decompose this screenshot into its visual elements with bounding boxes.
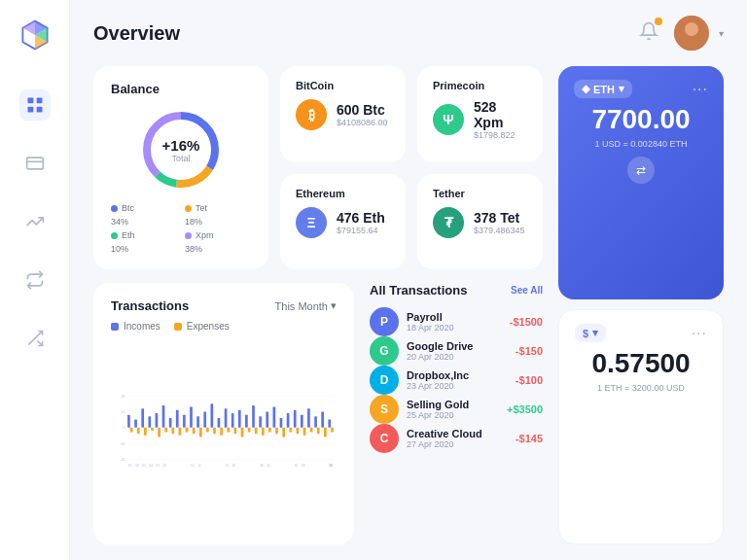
header: Overview ▾ (70, 0, 747, 58)
svg-rect-70 (241, 428, 244, 438)
logo[interactable] (18, 18, 53, 52)
svg-rect-9 (26, 158, 43, 169)
legend-xpm: Xpm (185, 230, 251, 240)
transaction-item: S Selling Gold 25 Apr 2020 +$3500 (370, 395, 543, 424)
bitcoin-amount: 600 Btc (337, 102, 388, 118)
trans-amount: -$100 (516, 374, 543, 386)
svg-rect-56 (196, 416, 199, 427)
notification-bell[interactable] (639, 21, 658, 45)
svg-rect-98 (331, 428, 334, 433)
trans-date: 18 Apr 2020 (407, 323, 502, 332)
svg-rect-5 (27, 98, 33, 104)
user-menu[interactable]: ▾ (674, 16, 724, 51)
svg-rect-82 (280, 418, 283, 428)
ethereum-amount: 476 Eth (337, 210, 385, 226)
notification-badge (655, 18, 662, 25)
trans-info: Dropbox,Inc 23 Apr 2020 (407, 369, 508, 391)
period-chevron: ▾ (331, 299, 337, 312)
svg-text:26: 26 (302, 464, 305, 468)
sidebar-item-cards[interactable] (19, 148, 51, 179)
user-menu-chevron[interactable]: ▾ (719, 28, 724, 39)
legend-dot-btc (111, 205, 118, 212)
incomes-label: Incomes (124, 321, 160, 332)
svg-rect-85 (289, 428, 292, 433)
svg-rect-33 (134, 420, 137, 428)
svg-rect-95 (321, 411, 324, 427)
eth-icon: ◆ (582, 83, 589, 95)
primecoin-amount: 528 Xpm (474, 99, 527, 130)
trans-info: Payroll 18 Apr 2020 (407, 311, 502, 332)
legend-dot-eth (111, 232, 118, 239)
svg-text:10: 10 (191, 464, 195, 468)
svg-rect-31 (130, 428, 133, 433)
legend-eth: Eth (111, 230, 177, 240)
svg-rect-65 (227, 428, 230, 433)
svg-point-14 (685, 22, 698, 36)
svg-text:04: 04 (149, 464, 153, 468)
main-content: Overview ▾ (70, 0, 747, 560)
trans-date: 25 Apr 2020 (407, 410, 499, 420)
converter-usd-menu[interactable]: ··· (692, 325, 707, 342)
svg-rect-87 (297, 428, 300, 434)
balance-title: Balance (111, 82, 251, 96)
sidebar-item-trends[interactable] (19, 206, 51, 237)
sidebar (0, 0, 70, 560)
bitcoin-icon: ₿ (296, 99, 327, 130)
converter-usd-amount: 0.57500 (575, 348, 707, 379)
svg-rect-60 (210, 403, 213, 427)
converter-card-eth: ◆ ETH ▾ ··· 7700.00 1 USD = 0.002840 ETH… (558, 66, 724, 299)
legend-label-tet: Tet (196, 203, 207, 213)
svg-rect-45 (162, 405, 165, 428)
bar-chart: 20100-10-2001020304051015202530061116212… (111, 337, 337, 529)
all-transactions-header: All Transactions See All (370, 283, 543, 298)
usd-icon: $ (583, 328, 588, 339)
sidebar-item-shuffle[interactable] (19, 323, 51, 354)
trans-icon: C (370, 424, 399, 453)
svg-rect-61 (213, 428, 216, 434)
usd-badge[interactable]: $ ▾ (575, 324, 606, 342)
primecoin-usd: $1798.822 (474, 130, 527, 140)
chart-area: 20100-10-2001020304051015202530061116212… (111, 337, 337, 529)
eth-badge[interactable]: ◆ ETH ▾ (574, 80, 632, 98)
trans-info: Creative Cloud 27 Apr 2020 (407, 428, 508, 449)
legend-val-eth: 10% (111, 244, 128, 254)
svg-rect-40 (151, 428, 154, 431)
legend-label-xpm: Xpm (196, 230, 214, 240)
svg-text:-20: -20 (120, 458, 124, 462)
svg-rect-86 (294, 410, 297, 428)
converter-card-usd: $ ▾ ··· 0.57500 1 ETH = 3200.00 USD (558, 309, 724, 544)
svg-rect-76 (262, 428, 265, 436)
avatar[interactable] (674, 16, 709, 51)
trans-icon: D (370, 366, 399, 395)
trans-info: Selling Gold 25 Apr 2020 (407, 399, 499, 420)
swap-button[interactable]: ⇄ (627, 157, 655, 184)
see-all-link[interactable]: See All (511, 285, 543, 296)
svg-rect-50 (179, 428, 182, 436)
svg-rect-42 (156, 413, 159, 428)
svg-rect-58 (203, 411, 206, 427)
svg-rect-90 (303, 428, 306, 436)
converter-usd-rate: 1 ETH = 3200.00 USD (575, 383, 707, 393)
crypto-name-primecoin: Primecoin (433, 80, 527, 91)
legend-dot-xpm (185, 232, 192, 239)
trans-amount: -$1500 (510, 316, 543, 328)
period-selector[interactable]: This Month ▾ (275, 299, 337, 312)
legend-tet-pct: 18% (185, 217, 251, 227)
tether-usd: $379.486345 (474, 226, 525, 235)
svg-rect-83 (282, 428, 285, 438)
chart-legend: Incomes Expenses (111, 321, 337, 332)
sidebar-item-transfers[interactable] (19, 264, 51, 296)
legend-expenses: Expenses (174, 321, 230, 332)
trans-info: Google Drive 20 Apr 2020 (407, 340, 508, 362)
sidebar-item-dashboard[interactable] (19, 89, 51, 121)
converter-eth-menu[interactable]: ··· (693, 81, 708, 98)
tether-icon: ₮ (433, 207, 464, 238)
svg-rect-73 (252, 405, 255, 428)
transaction-item: D Dropbox,Inc 23 Apr 2020 -$100 (370, 366, 543, 395)
converter-eth-amount: 7700.00 (574, 104, 708, 135)
svg-rect-7 (27, 107, 33, 113)
svg-rect-43 (158, 428, 160, 438)
crypto-grid: BitCoin ₿ 600 Btc $4108086.00 Primecoin (280, 66, 543, 269)
svg-text:05: 05 (156, 464, 160, 468)
svg-rect-47 (169, 418, 172, 428)
